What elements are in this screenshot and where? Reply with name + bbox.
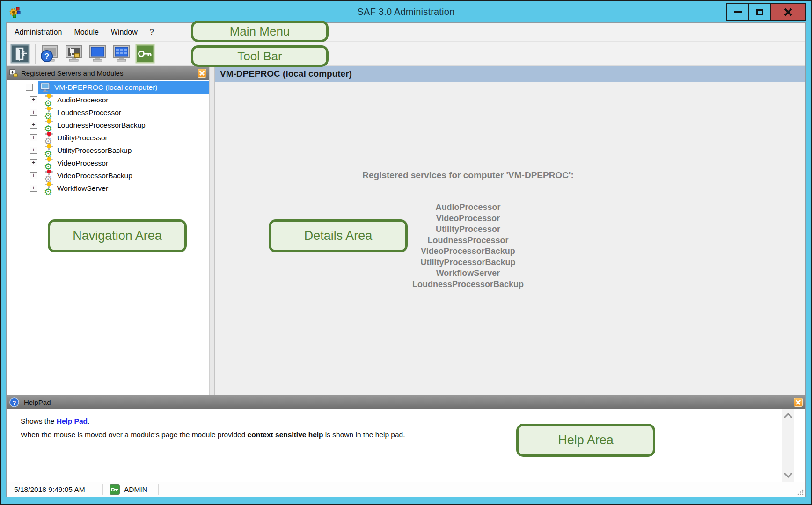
service-running-gear-icon: ⚙ (44, 144, 55, 157)
status-user-cell: ADMIN (103, 482, 158, 497)
close-button[interactable] (770, 3, 806, 21)
collapse-icon[interactable]: − (26, 84, 33, 91)
help-line-1: Shows the Help Pad. (21, 417, 773, 426)
helppad-title: HelpPad (24, 398, 794, 406)
module-help-button[interactable]: ? (40, 44, 59, 64)
expand-icon[interactable]: + (30, 147, 37, 154)
helppad-close-button[interactable] (794, 398, 803, 407)
user-key-icon (110, 484, 120, 495)
tree-node-server[interactable]: −VM-DPEPROC (local computer) (7, 81, 209, 94)
tree-node-module[interactable]: +⚙WorkflowServer (7, 182, 209, 195)
login-key-button[interactable] (135, 44, 155, 64)
tree-node-server-body[interactable]: VM-DPEPROC (local computer) (38, 81, 209, 94)
menu-administration[interactable]: Administration (15, 28, 62, 36)
tree-node-label: VM-DPEPROC (local computer) (54, 83, 158, 92)
annotation-help-area: Help Area (516, 424, 655, 457)
module-screen-button[interactable] (88, 44, 107, 64)
tree-node-module-body[interactable]: ⚙LoudnessProcessor (43, 106, 209, 119)
expand-icon[interactable]: + (30, 172, 37, 179)
tree-node-module[interactable]: +⚙AudioProcessor (7, 94, 209, 106)
tree-node-module-body[interactable]: ⚙LoudnessProcessorBackup (43, 119, 209, 131)
helppad-content: Shows the Help Pad. When the mouse is mo… (7, 409, 805, 482)
service-running-gear-icon: ⚙ (44, 119, 55, 131)
tree-node-module[interactable]: +⚙UtilityProcessorBackup (7, 144, 209, 157)
expand-icon[interactable]: + (30, 109, 37, 116)
tree-node-label: LoudnessProcessor (57, 108, 121, 117)
expand-icon[interactable]: + (30, 122, 37, 129)
status-dot (47, 119, 51, 123)
expand-icon[interactable]: + (30, 159, 37, 166)
service-stopped-gear-icon: ⚙ (44, 132, 55, 144)
tree-node-module-body[interactable]: ⚙UtilityProcessorBackup (43, 144, 209, 157)
annotation-details-area: Details Area (269, 219, 408, 252)
exit-icon (10, 44, 30, 64)
scroll-up-icon[interactable] (783, 413, 793, 418)
tree-node-module[interactable]: +⚙VideoProcessor (7, 157, 209, 169)
menu-help[interactable]: ? (150, 28, 154, 36)
module-connect-button[interactable] (64, 44, 83, 64)
help-text: When the mouse is moved over a module's … (21, 431, 248, 439)
exit-button[interactable] (10, 44, 30, 64)
resize-grip[interactable] (797, 488, 804, 495)
nav-panel-header: Registered Servers and Modules (7, 66, 209, 80)
client-area: Administration Module Window ? (6, 22, 806, 497)
servers-modules-icon (9, 69, 18, 77)
tree-node-module-body[interactable]: ⚙VideoProcessorBackup (43, 169, 209, 182)
registered-services-heading: Registered services for computer 'VM-DPE… (215, 170, 721, 180)
nav-panel-title: Registered Servers and Modules (21, 69, 198, 77)
status-dot (47, 94, 51, 98)
status-dot (47, 157, 51, 161)
minimize-icon (734, 11, 742, 13)
splitter-handle[interactable] (209, 66, 215, 395)
minimize-button[interactable] (726, 3, 749, 21)
annotation-main-menu: Main Menu (191, 21, 329, 42)
tree-node-module[interactable]: +⚙LoudnessProcessor (7, 106, 209, 119)
module-screen-icon (88, 44, 107, 64)
tree-node-label: WorkflowServer (57, 184, 108, 193)
tree-node-module[interactable]: +⚙VideoProcessorBackup (7, 169, 209, 182)
nav-panel-close-button[interactable] (198, 69, 206, 78)
tree-node-label: VideoProcessor (57, 159, 108, 167)
annotation-tool-bar: Tool Bar (191, 45, 329, 67)
tree-node-module-body[interactable]: ⚙VideoProcessor (43, 157, 209, 169)
tree-node-label: UtilityProcessorBackup (57, 146, 132, 155)
scroll-down-icon[interactable] (783, 472, 793, 478)
statusbar-separator (158, 484, 159, 495)
service-running-gear-icon: ⚙ (44, 157, 55, 169)
service-name: UtilityProcessorBackup (215, 257, 721, 268)
helppad-question-icon: ? (9, 397, 19, 407)
status-dot (47, 144, 51, 148)
helppad-panel: ? HelpPad Shows the Help Pad. When the m… (7, 395, 805, 482)
expand-icon[interactable]: + (30, 134, 37, 141)
tree-node-module-body[interactable]: ⚙WorkflowServer (43, 182, 209, 195)
tree-node-module[interactable]: +⚙UtilityProcessor (7, 131, 209, 144)
module-connect-icon (64, 44, 83, 64)
tree-node-module-body[interactable]: ⚙UtilityProcessor (43, 131, 209, 144)
expand-icon[interactable]: + (30, 96, 37, 103)
tree-node-module[interactable]: +⚙LoudnessProcessorBackup (7, 119, 209, 131)
svg-text:?: ? (13, 399, 16, 406)
window-title: SAF 3.0 Administration (1, 7, 811, 17)
service-name: WorkflowServer (215, 268, 721, 279)
helppad-header: ? HelpPad (7, 395, 805, 409)
tree-node-module-body[interactable]: ⚙AudioProcessor (43, 94, 209, 106)
title-bar[interactable]: SAF 3.0 Administration (1, 1, 811, 22)
details-header: VM-DPEPROC (local computer) (215, 66, 805, 82)
menu-bar: Administration Module Window ? (7, 23, 805, 42)
maximize-button[interactable] (748, 3, 771, 21)
service-running-gear-icon: ⚙ (44, 94, 55, 106)
menu-module[interactable]: Module (74, 28, 98, 36)
module-overview-button[interactable] (111, 44, 131, 64)
tree-node-label: UtilityProcessor (57, 134, 108, 142)
app-gear-flower-icon (9, 6, 21, 18)
expand-icon[interactable]: + (30, 185, 37, 192)
status-dot (47, 107, 51, 110)
close-icon (784, 8, 792, 16)
service-running-gear-icon: ⚙ (44, 182, 55, 195)
module-overview-icon (111, 44, 131, 64)
menu-window[interactable]: Window (111, 28, 138, 36)
help-text-bold: context sensitive help (248, 431, 323, 439)
help-pad-link[interactable]: Help Pad (57, 417, 88, 425)
status-bar: 5/18/2018 9:49:05 AM ADMIN (7, 482, 805, 497)
helppad-scrollbar[interactable] (782, 409, 794, 482)
